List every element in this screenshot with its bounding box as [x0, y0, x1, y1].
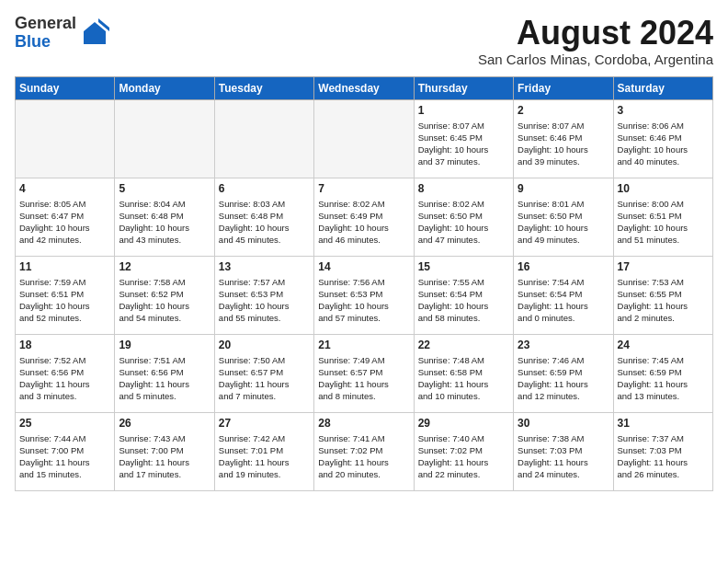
- calendar-week-row: 4Sunrise: 8:05 AM Sunset: 6:47 PM Daylig…: [16, 178, 713, 256]
- day-number: 31: [618, 417, 709, 430]
- calendar-cell: 27Sunrise: 7:42 AM Sunset: 7:01 PM Dayli…: [214, 412, 313, 490]
- calendar-cell: [16, 99, 115, 178]
- day-number: 3: [618, 104, 709, 117]
- day-info: Sunrise: 7:41 AM Sunset: 7:02 PM Dayligh…: [318, 432, 409, 481]
- logo: General Blue: [15, 15, 109, 52]
- day-number: 30: [518, 417, 609, 430]
- day-info: Sunrise: 8:05 AM Sunset: 6:47 PM Dayligh…: [19, 198, 110, 247]
- calendar-cell: [214, 99, 313, 178]
- day-number: 28: [318, 417, 409, 430]
- weekday-header: Friday: [514, 76, 613, 99]
- weekday-header: Tuesday: [214, 76, 313, 99]
- logo-general: General: [15, 14, 76, 32]
- day-info: Sunrise: 8:02 AM Sunset: 6:50 PM Dayligh…: [418, 198, 509, 247]
- day-number: 25: [19, 417, 110, 430]
- calendar-cell: 11Sunrise: 7:59 AM Sunset: 6:51 PM Dayli…: [16, 256, 115, 334]
- day-info: Sunrise: 7:53 AM Sunset: 6:55 PM Dayligh…: [618, 276, 709, 325]
- calendar-cell: 5Sunrise: 8:04 AM Sunset: 6:48 PM Daylig…: [115, 178, 214, 256]
- calendar-cell: 10Sunrise: 8:00 AM Sunset: 6:51 PM Dayli…: [613, 178, 712, 256]
- weekday-header-row: SundayMondayTuesdayWednesdayThursdayFrid…: [16, 76, 713, 99]
- day-info: Sunrise: 7:49 AM Sunset: 6:57 PM Dayligh…: [318, 354, 409, 403]
- day-number: 18: [19, 339, 110, 351]
- day-info: Sunrise: 7:42 AM Sunset: 7:01 PM Dayligh…: [219, 432, 310, 481]
- day-number: 10: [618, 182, 709, 195]
- calendar-cell: 7Sunrise: 8:02 AM Sunset: 6:49 PM Daylig…: [314, 178, 414, 256]
- day-number: 23: [518, 339, 609, 351]
- day-number: 14: [318, 260, 409, 273]
- calendar-cell: 6Sunrise: 8:03 AM Sunset: 6:48 PM Daylig…: [214, 178, 313, 256]
- day-info: Sunrise: 7:57 AM Sunset: 6:53 PM Dayligh…: [219, 276, 310, 325]
- weekday-header: Monday: [115, 76, 214, 99]
- calendar-cell: 15Sunrise: 7:55 AM Sunset: 6:54 PM Dayli…: [414, 256, 513, 334]
- day-number: 17: [618, 260, 709, 273]
- day-info: Sunrise: 7:40 AM Sunset: 7:02 PM Dayligh…: [418, 432, 509, 481]
- title-block: August 2024 San Carlos Minas, Cordoba, A…: [478, 15, 713, 67]
- calendar-cell: 28Sunrise: 7:41 AM Sunset: 7:02 PM Dayli…: [314, 412, 414, 490]
- calendar-cell: 4Sunrise: 8:05 AM Sunset: 6:47 PM Daylig…: [16, 178, 115, 256]
- day-number: 2: [518, 104, 609, 117]
- day-info: Sunrise: 7:44 AM Sunset: 7:00 PM Dayligh…: [19, 432, 110, 481]
- day-number: 26: [119, 417, 210, 430]
- day-info: Sunrise: 7:59 AM Sunset: 6:51 PM Dayligh…: [19, 276, 110, 325]
- calendar-cell: 23Sunrise: 7:46 AM Sunset: 6:59 PM Dayli…: [514, 334, 613, 412]
- logo-icon: [80, 18, 109, 48]
- calendar-cell: 16Sunrise: 7:54 AM Sunset: 6:54 PM Dayli…: [514, 256, 613, 334]
- day-info: Sunrise: 7:56 AM Sunset: 6:53 PM Dayligh…: [318, 276, 409, 325]
- day-info: Sunrise: 7:50 AM Sunset: 6:57 PM Dayligh…: [219, 354, 310, 403]
- day-number: 11: [19, 260, 110, 273]
- day-number: 6: [219, 182, 310, 195]
- logo-blue: Blue: [15, 32, 51, 51]
- weekday-header: Thursday: [414, 76, 513, 99]
- calendar-cell: 30Sunrise: 7:38 AM Sunset: 7:03 PM Dayli…: [514, 412, 613, 490]
- day-info: Sunrise: 7:54 AM Sunset: 6:54 PM Dayligh…: [518, 276, 609, 325]
- day-info: Sunrise: 7:38 AM Sunset: 7:03 PM Dayligh…: [518, 432, 609, 481]
- day-info: Sunrise: 7:51 AM Sunset: 6:56 PM Dayligh…: [119, 354, 210, 403]
- calendar-cell: 8Sunrise: 8:02 AM Sunset: 6:50 PM Daylig…: [414, 178, 513, 256]
- logo-text: General Blue: [15, 15, 76, 52]
- day-info: Sunrise: 8:07 AM Sunset: 6:46 PM Dayligh…: [518, 120, 609, 168]
- calendar-cell: 29Sunrise: 7:40 AM Sunset: 7:02 PM Dayli…: [414, 412, 513, 490]
- weekday-header: Saturday: [613, 76, 712, 99]
- day-info: Sunrise: 7:55 AM Sunset: 6:54 PM Dayligh…: [418, 276, 509, 325]
- page-header: General Blue August 2024 San Carlos Mina…: [15, 15, 713, 67]
- calendar-cell: 18Sunrise: 7:52 AM Sunset: 6:56 PM Dayli…: [16, 334, 115, 412]
- day-number: 15: [418, 260, 509, 273]
- month-year-title: August 2024: [478, 15, 713, 52]
- calendar-cell: 22Sunrise: 7:48 AM Sunset: 6:58 PM Dayli…: [414, 334, 513, 412]
- calendar-cell: 24Sunrise: 7:45 AM Sunset: 6:59 PM Dayli…: [613, 334, 712, 412]
- calendar-cell: 14Sunrise: 7:56 AM Sunset: 6:53 PM Dayli…: [314, 256, 414, 334]
- calendar-week-row: 11Sunrise: 7:59 AM Sunset: 6:51 PM Dayli…: [16, 256, 713, 334]
- day-number: 12: [119, 260, 210, 273]
- calendar-cell: 13Sunrise: 7:57 AM Sunset: 6:53 PM Dayli…: [214, 256, 313, 334]
- day-info: Sunrise: 7:52 AM Sunset: 6:56 PM Dayligh…: [19, 354, 110, 403]
- day-info: Sunrise: 7:46 AM Sunset: 6:59 PM Dayligh…: [518, 354, 609, 403]
- day-number: 9: [518, 182, 609, 195]
- day-number: 29: [418, 417, 509, 430]
- calendar-cell: 2Sunrise: 8:07 AM Sunset: 6:46 PM Daylig…: [514, 99, 613, 178]
- calendar-cell: 9Sunrise: 8:01 AM Sunset: 6:50 PM Daylig…: [514, 178, 613, 256]
- weekday-header: Sunday: [16, 76, 115, 99]
- calendar-cell: [314, 99, 414, 178]
- calendar-week-row: 1Sunrise: 8:07 AM Sunset: 6:45 PM Daylig…: [16, 99, 713, 178]
- calendar-table: SundayMondayTuesdayWednesdayThursdayFrid…: [15, 76, 713, 491]
- calendar-cell: [115, 99, 214, 178]
- day-number: 1: [418, 104, 509, 117]
- day-number: 27: [219, 417, 310, 430]
- day-number: 19: [119, 339, 210, 351]
- day-info: Sunrise: 8:03 AM Sunset: 6:48 PM Dayligh…: [219, 198, 310, 247]
- day-info: Sunrise: 8:06 AM Sunset: 6:46 PM Dayligh…: [618, 120, 709, 168]
- day-info: Sunrise: 8:00 AM Sunset: 6:51 PM Dayligh…: [618, 198, 709, 247]
- weekday-header: Wednesday: [314, 76, 414, 99]
- day-info: Sunrise: 7:45 AM Sunset: 6:59 PM Dayligh…: [618, 354, 709, 403]
- calendar-week-row: 18Sunrise: 7:52 AM Sunset: 6:56 PM Dayli…: [16, 334, 713, 412]
- calendar-cell: 21Sunrise: 7:49 AM Sunset: 6:57 PM Dayli…: [314, 334, 414, 412]
- day-info: Sunrise: 7:37 AM Sunset: 7:03 PM Dayligh…: [618, 432, 709, 481]
- day-info: Sunrise: 7:43 AM Sunset: 7:00 PM Dayligh…: [119, 432, 210, 481]
- day-info: Sunrise: 8:02 AM Sunset: 6:49 PM Dayligh…: [318, 198, 409, 247]
- calendar-cell: 31Sunrise: 7:37 AM Sunset: 7:03 PM Dayli…: [613, 412, 712, 490]
- day-number: 8: [418, 182, 509, 195]
- calendar-cell: 12Sunrise: 7:58 AM Sunset: 6:52 PM Dayli…: [115, 256, 214, 334]
- day-info: Sunrise: 8:07 AM Sunset: 6:45 PM Dayligh…: [418, 120, 509, 168]
- calendar-cell: 25Sunrise: 7:44 AM Sunset: 7:00 PM Dayli…: [16, 412, 115, 490]
- day-number: 13: [219, 260, 310, 273]
